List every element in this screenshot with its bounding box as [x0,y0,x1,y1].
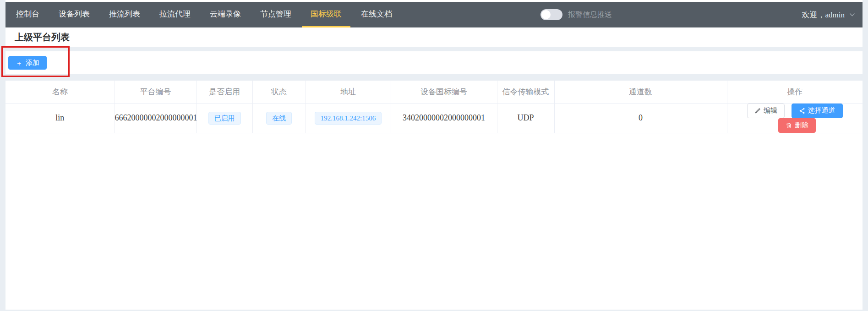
alarm-push-toggle-group: 报警信息推送 [540,2,612,27]
edit-button-label: 编辑 [764,106,777,115]
page-title: 上级平台列表 [15,31,70,44]
plus-icon: ＋ [16,60,22,66]
nav-tab-push-list[interactable]: 推流列表 [100,2,149,27]
edit-button[interactable]: 编辑 [747,104,785,118]
col-header-platform-id: 平台编号 [115,81,197,103]
col-header-enabled: 是否启用 [197,81,252,103]
col-header-actions: 操作 [727,81,863,103]
top-navbar: 控制台 设备列表 推流列表 拉流代理 云端录像 节点管理 国标级联 在线文档 报… [5,2,863,27]
table-row: lin 66620000002000000001 已启用 在线 192.168.… [5,103,863,133]
cell-device-gb-id: 34020000002000000001 [391,103,497,133]
edit-icon [754,108,761,114]
select-channel-button[interactable]: 选择通道 [792,104,843,118]
cell-transport: UDP [497,103,554,133]
nav-tabs: 控制台 设备列表 推流列表 拉流代理 云端录像 节点管理 国标级联 在线文档 [5,2,402,27]
cell-address: 192.168.1.242:1506 [306,103,391,133]
alarm-push-label: 报警信息推送 [568,10,612,20]
nav-tab-online-docs[interactable]: 在线文档 [352,2,401,27]
title-bar: 上级平台列表 [5,27,863,47]
select-channel-label: 选择通道 [808,106,835,115]
user-menu[interactable]: 欢迎，admin [802,2,856,27]
col-header-status: 状态 [252,81,306,103]
cell-platform-id: 66620000002000000001 [115,103,197,133]
col-header-channel-count: 通道数 [554,81,727,103]
add-button-label: 添加 [26,59,39,67]
nav-tab-pull-proxy[interactable]: 拉流代理 [151,2,199,27]
page: 控制台 设备列表 推流列表 拉流代理 云端录像 节点管理 国标级联 在线文档 报… [0,0,868,311]
toggle-knob [541,10,551,19]
nav-tab-device-list[interactable]: 设备列表 [50,2,98,27]
platform-table-card: 名称 平台编号 是否启用 状态 地址 设备国标编号 信令传输模式 通道数 操作 … [5,81,863,310]
toolbar: ＋ 添加 [5,51,863,74]
table-header-row: 名称 平台编号 是否启用 状态 地址 设备国标编号 信令传输模式 通道数 操作 [5,81,863,103]
address-badge: 192.168.1.242:1506 [315,112,382,125]
nav-tab-console[interactable]: 控制台 [7,2,48,27]
nav-tab-node-manage[interactable]: 节点管理 [251,2,300,27]
welcome-text: 欢迎，admin [802,10,845,20]
col-header-address: 地址 [306,81,391,103]
cell-channel-count: 0 [554,103,727,133]
cell-name: lin [5,103,115,133]
platform-table: 名称 平台编号 是否启用 状态 地址 设备国标编号 信令传输模式 通道数 操作 … [5,81,863,133]
delete-button-label: 删除 [795,121,808,130]
nav-card: 控制台 设备列表 推流列表 拉流代理 云端录像 节点管理 国标级联 在线文档 报… [5,0,863,47]
nav-tab-gb-cascade[interactable]: 国标级联 [302,2,350,27]
cell-status: 在线 [252,103,306,133]
chevron-down-icon [849,13,855,17]
col-header-name: 名称 [5,81,115,103]
trash-icon [786,122,792,129]
nav-tab-cloud-record[interactable]: 云端录像 [201,2,250,27]
enabled-badge: 已启用 [208,112,241,125]
col-header-device-gb-id: 设备国标编号 [391,81,497,103]
cell-enabled: 已启用 [197,103,252,133]
col-header-transport: 信令传输模式 [497,81,554,103]
status-badge: 在线 [266,112,292,125]
add-button[interactable]: ＋ 添加 [8,56,47,70]
alarm-push-toggle[interactable] [540,9,562,20]
cell-actions: 编辑 选择通道 [727,103,863,133]
delete-button[interactable]: 删除 [778,118,816,133]
share-icon [799,108,805,114]
